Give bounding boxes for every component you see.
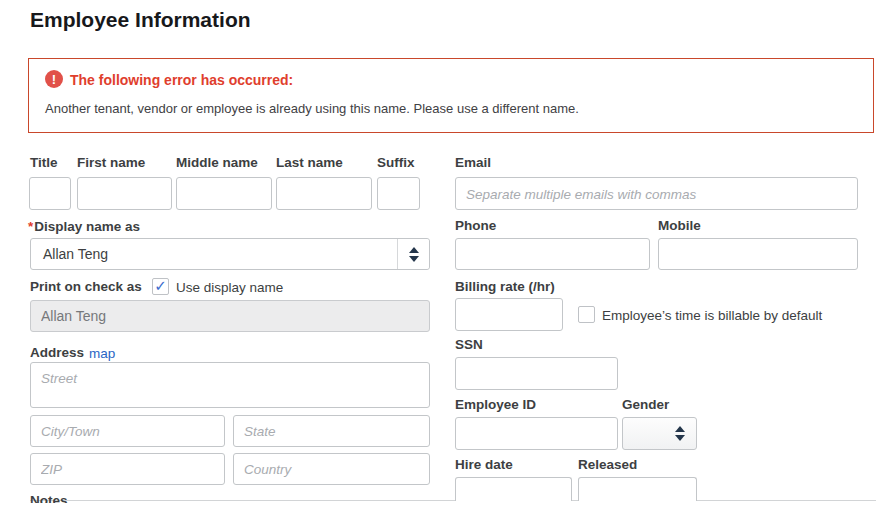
error-banner: ! The following error has occurred: Anot…: [28, 58, 874, 133]
employee-information-page: Employee Information ! The following err…: [0, 0, 876, 518]
middle-name-input[interactable]: [176, 177, 272, 210]
zip-input[interactable]: [30, 453, 225, 485]
middle-name-label: Middle name: [176, 155, 258, 170]
city-input[interactable]: [30, 415, 225, 447]
email-input[interactable]: [455, 177, 858, 210]
use-display-name-label: Use display name: [176, 280, 283, 295]
first-name-label: First name: [77, 155, 145, 170]
suffix-label: Suffix: [377, 155, 415, 170]
released-label: Released: [578, 457, 637, 472]
hire-date-label: Hire date: [455, 457, 513, 472]
chevron-updown-icon: [664, 418, 696, 449]
checkmark-icon: ✓: [154, 278, 167, 293]
billable-label: Employee’s time is billable by default: [602, 308, 822, 323]
employee-id-label: Employee ID: [455, 397, 536, 412]
suffix-input[interactable]: [377, 177, 420, 210]
section-divider: [30, 500, 876, 501]
error-message: Another tenant, vendor or employee is al…: [45, 101, 579, 116]
required-asterisk: *: [28, 219, 33, 234]
ssn-label: SSN: [455, 337, 483, 352]
gender-label: Gender: [622, 397, 669, 412]
mobile-input[interactable]: [658, 238, 858, 270]
phone-label: Phone: [455, 218, 496, 233]
page-title: Employee Information: [30, 8, 251, 32]
email-label: Email: [455, 155, 491, 170]
billing-rate-label: Billing rate (/hr): [455, 279, 555, 294]
last-name-input[interactable]: [276, 177, 372, 210]
first-name-input[interactable]: [77, 177, 172, 210]
use-display-name-checkbox[interactable]: ✓: [152, 278, 169, 295]
exclamation-circle-icon: !: [45, 70, 63, 88]
hire-date-input[interactable]: [455, 477, 572, 501]
title-label: Title: [30, 155, 58, 170]
billable-checkbox[interactable]: [578, 306, 595, 323]
state-input[interactable]: [233, 415, 430, 447]
last-name-label: Last name: [276, 155, 343, 170]
address-label: Address: [30, 345, 84, 360]
notes-section: Notes: [30, 491, 68, 503]
phone-input[interactable]: [455, 238, 650, 270]
chevron-updown-icon: [397, 239, 429, 269]
map-link[interactable]: map: [89, 346, 115, 361]
released-input[interactable]: [578, 477, 697, 501]
display-name-label: *Display name as: [28, 219, 140, 234]
employee-id-input[interactable]: [455, 417, 618, 450]
error-heading: The following error has occurred:: [70, 72, 293, 88]
display-name-value: Allan Teng: [31, 246, 397, 262]
billing-rate-input[interactable]: [455, 298, 563, 331]
country-input[interactable]: [233, 453, 430, 485]
mobile-label: Mobile: [658, 218, 701, 233]
print-on-check-label: Print on check as: [30, 279, 142, 294]
gender-select[interactable]: [622, 417, 697, 450]
street-input[interactable]: [30, 362, 430, 408]
title-input[interactable]: [29, 177, 71, 210]
print-on-check-input: [30, 300, 430, 332]
ssn-input[interactable]: [455, 357, 618, 390]
display-name-select[interactable]: Allan Teng: [30, 238, 430, 270]
notes-label: Notes: [30, 493, 68, 503]
